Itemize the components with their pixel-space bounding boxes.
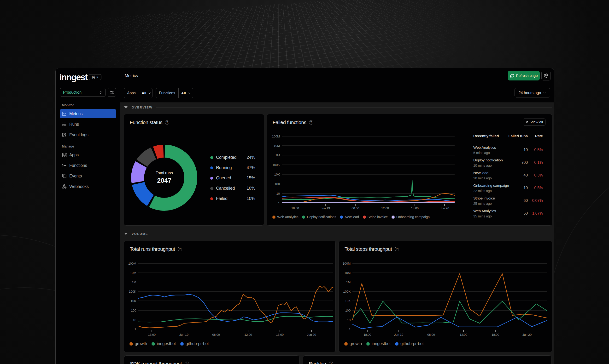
svg-text:1: 1 bbox=[278, 201, 280, 205]
svg-text:1: 1 bbox=[135, 327, 136, 331]
svg-text:Jun 19: Jun 19 bbox=[394, 333, 403, 337]
svg-text:10: 10 bbox=[347, 318, 350, 322]
svg-text:06:00: 06:00 bbox=[212, 333, 220, 337]
svg-text:10M: 10M bbox=[130, 271, 136, 275]
svg-text:18:00: 18:00 bbox=[276, 333, 284, 337]
svg-text:06:00: 06:00 bbox=[351, 207, 359, 210]
svg-text:10K: 10K bbox=[274, 173, 280, 176]
svg-text:100K: 100K bbox=[272, 163, 280, 167]
svg-text:10: 10 bbox=[276, 192, 280, 195]
svg-text:Jun 20: Jun 20 bbox=[523, 333, 532, 337]
svg-text:100: 100 bbox=[345, 309, 350, 312]
svg-text:Jun 20: Jun 20 bbox=[440, 207, 449, 210]
svg-text:1M: 1M bbox=[132, 280, 136, 284]
svg-text:12:00: 12:00 bbox=[244, 333, 252, 337]
svg-text:100M: 100M bbox=[128, 262, 136, 265]
svg-text:100K: 100K bbox=[343, 290, 350, 293]
svg-text:1M: 1M bbox=[346, 280, 350, 284]
svg-text:Jun 19: Jun 19 bbox=[321, 207, 330, 210]
svg-text:1M: 1M bbox=[276, 154, 280, 157]
svg-text:18:00: 18:00 bbox=[363, 333, 371, 337]
svg-text:100: 100 bbox=[131, 309, 136, 312]
svg-text:18:00: 18:00 bbox=[492, 333, 499, 337]
svg-text:10K: 10K bbox=[131, 299, 137, 303]
svg-text:06:00: 06:00 bbox=[427, 333, 435, 337]
svg-text:10M: 10M bbox=[274, 144, 280, 147]
svg-text:18:00: 18:00 bbox=[291, 207, 299, 210]
svg-text:100M: 100M bbox=[343, 262, 350, 265]
svg-text:10M: 10M bbox=[344, 271, 350, 275]
svg-text:100M: 100M bbox=[272, 135, 280, 138]
svg-text:Jun 19: Jun 19 bbox=[179, 333, 188, 337]
svg-text:10K: 10K bbox=[345, 299, 351, 303]
svg-text:1: 1 bbox=[349, 327, 350, 331]
svg-text:10: 10 bbox=[133, 318, 136, 322]
svg-text:Jun 20: Jun 20 bbox=[307, 333, 316, 337]
svg-text:18:00: 18:00 bbox=[411, 207, 419, 210]
svg-text:12:00: 12:00 bbox=[381, 207, 389, 210]
svg-text:100K: 100K bbox=[129, 290, 136, 293]
svg-text:18:00: 18:00 bbox=[148, 333, 156, 337]
svg-text:100: 100 bbox=[275, 182, 280, 186]
svg-text:12:00: 12:00 bbox=[460, 333, 467, 337]
